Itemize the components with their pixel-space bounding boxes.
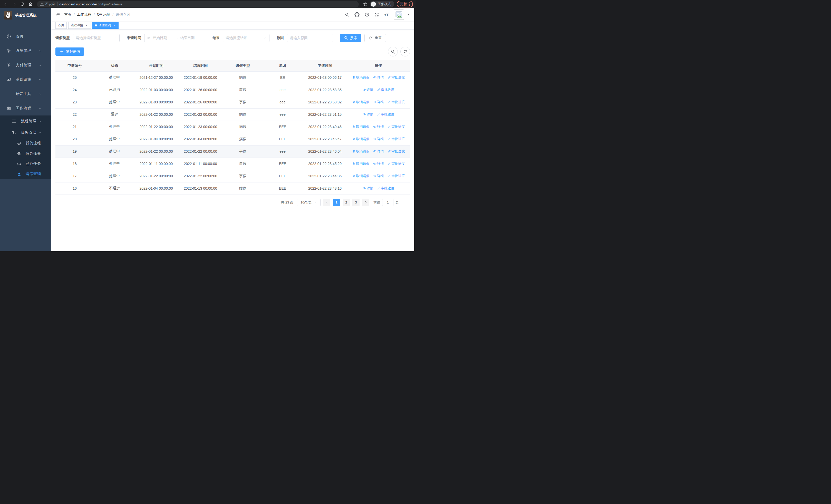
incognito-glyph [372, 2, 375, 6]
detail-link[interactable]: 详情 [363, 186, 373, 191]
column-header-请假类型: 请假类型 [224, 60, 262, 71]
detail-link[interactable]: 详情 [373, 174, 384, 178]
sidebar-item-首页[interactable]: 首页 [0, 29, 51, 43]
font-size-icon[interactable]: ᴛT [384, 12, 389, 17]
tag-首页[interactable]: 首页 [55, 22, 67, 29]
address-bar[interactable]: 不安全 dashboard.yudao.iocoder.cn/bpm/oa/le… [37, 1, 359, 7]
progress-link[interactable]: 审批进度 [388, 149, 405, 154]
cell-actions: 详情审批进度 [347, 84, 410, 96]
logo-row[interactable]: 芋道管理系统 [0, 8, 51, 23]
search-button[interactable]: 搜索 [340, 34, 361, 42]
page-button-3[interactable]: 3 [352, 199, 360, 206]
detail-link[interactable]: 详情 [363, 88, 373, 92]
table-row-22: 22通过2022-01-22 00:00:002022-01-22 00:00:… [55, 108, 410, 121]
eye-icon [373, 137, 376, 141]
result-select[interactable]: 请选择流结果 [223, 34, 269, 42]
page-button-2[interactable]: 2 [343, 199, 350, 206]
sidebar-item-任务管理[interactable]: 任务管理 [0, 127, 51, 138]
user-avatar[interactable] [394, 9, 404, 20]
detail-link[interactable]: 详情 [373, 75, 384, 80]
breadcrumb-item-首页[interactable]: 首页 [64, 12, 71, 17]
cell-start-time: 2022-01-22 00:00:00 [135, 121, 177, 133]
sidebar-item-请假查询[interactable]: 请假查询 [0, 169, 51, 179]
help-icon[interactable] [365, 12, 369, 17]
sidebar-item-系统管理[interactable]: 系统管理 [0, 43, 51, 58]
breadcrumb-item-工作流程[interactable]: 工作流程 [77, 12, 91, 17]
search-icon[interactable] [345, 12, 349, 17]
detail-link[interactable]: 详情 [373, 149, 384, 154]
browser-reload-button[interactable] [19, 1, 26, 7]
table-row-23: 23处理中2022-01-03 00:00:002022-01-26 00:00… [55, 96, 410, 108]
pen-icon [388, 100, 391, 104]
prev-page-button[interactable] [323, 199, 330, 206]
progress-link[interactable]: 审批进度 [388, 137, 405, 141]
browser-home-button[interactable] [27, 1, 34, 7]
show-search-button[interactable] [388, 47, 398, 56]
bookmark-star-button[interactable] [362, 1, 369, 7]
page-size-select[interactable]: 10条/页 [297, 199, 320, 206]
github-icon[interactable] [354, 12, 360, 17]
refresh-table-button[interactable] [400, 47, 410, 56]
browser-update-button[interactable]: 更新 [397, 1, 413, 7]
browser-menu-icon[interactable] [409, 2, 411, 6]
pen-icon [377, 88, 380, 91]
table-row-21: 21处理中2022-01-22 00:00:002022-01-23 00:00… [55, 121, 410, 133]
progress-link[interactable]: 审批进度 [388, 75, 405, 80]
cancel-leave-link[interactable]: 取消请假 [352, 137, 370, 141]
cancel-leave-link[interactable]: 取消请假 [352, 100, 370, 105]
page-unit-label: 页 [396, 200, 399, 205]
detail-link[interactable]: 详情 [363, 112, 373, 117]
home-icon [28, 2, 33, 6]
star-icon [363, 2, 368, 6]
progress-link[interactable]: 审批进度 [388, 124, 405, 129]
sidebar-item-基础设施[interactable]: 基础设施 [0, 72, 51, 87]
page-button-1[interactable]: 1 [333, 199, 340, 206]
sidebar-item-我的流程[interactable]: 我的流程 [0, 138, 51, 148]
sidebar-item-已办任务[interactable]: 已办任务 [0, 158, 51, 169]
progress-link[interactable]: 审批进度 [377, 186, 395, 191]
avatar-caret-icon[interactable] [407, 13, 410, 16]
sidebar-item-研发工具[interactable]: 研发工具 [0, 87, 51, 101]
browser-back-button[interactable] [3, 1, 9, 7]
progress-link[interactable]: 审批进度 [388, 100, 405, 105]
fullscreen-icon[interactable] [374, 12, 379, 17]
sidebar-item-待办任务[interactable]: 待办任务 [0, 148, 51, 158]
browser-forward-button[interactable] [11, 1, 18, 7]
cancel-leave-link[interactable]: 取消请假 [352, 174, 370, 178]
cancel-leave-link[interactable]: 取消请假 [352, 149, 370, 154]
sidebar-collapse-icon[interactable] [55, 12, 60, 17]
progress-link[interactable]: 审批进度 [377, 88, 395, 92]
cancel-leave-link[interactable]: 取消请假 [352, 75, 370, 80]
reset-button[interactable]: 重置 [365, 34, 386, 42]
eye-closed-icon [17, 162, 22, 166]
reason-input[interactable] [290, 36, 330, 40]
apply-time-range-picker[interactable]: 开始日期 - 结束日期 [144, 34, 205, 42]
create-leave-button[interactable]: 发起请假 [55, 48, 84, 56]
tag-请假查询[interactable]: 请假查询× [92, 22, 119, 29]
close-icon[interactable]: × [112, 24, 116, 27]
tag-label: 流程详情 [71, 23, 83, 27]
progress-link[interactable]: 审批进度 [388, 174, 405, 178]
next-page-button[interactable] [362, 199, 369, 206]
breadcrumb-item-OA 示例[interactable]: OA 示例 [97, 12, 110, 17]
table-row-19: 19处理中2022-01-22 00:00:002022-01-22 00:00… [55, 145, 410, 157]
detail-link[interactable]: 详情 [373, 124, 384, 129]
sidebar-item-工作流程[interactable]: 工作流程 [0, 101, 51, 116]
leave-type-select[interactable]: 请选择请假类型 [73, 34, 120, 42]
sidebar-item-支付管理[interactable]: 支付管理 [0, 58, 51, 72]
cancel-leave-link[interactable]: 取消请假 [352, 161, 370, 166]
progress-link[interactable]: 审批进度 [377, 112, 395, 117]
cell-apply-time: 2022-01-22 23:51:15 [303, 108, 347, 121]
sidebar-menu: 首页系统管理支付管理基础设施研发工具工作流程流程管理任务管理我的流程待办任务已办… [0, 29, 51, 179]
close-icon[interactable]: × [85, 24, 88, 27]
chevron-down-icon [113, 36, 117, 40]
tag-流程详情[interactable]: 流程详情× [68, 22, 91, 29]
cancel-leave-link[interactable]: 取消请假 [352, 124, 370, 129]
sidebar-item-流程管理[interactable]: 流程管理 [0, 116, 51, 127]
progress-link[interactable]: 审批进度 [388, 161, 405, 166]
detail-link[interactable]: 详情 [373, 100, 384, 105]
detail-link[interactable]: 详情 [373, 137, 384, 141]
site-security[interactable]: 不安全 [40, 2, 55, 6]
detail-link[interactable]: 详情 [373, 161, 384, 166]
goto-page-input[interactable] [382, 199, 394, 206]
